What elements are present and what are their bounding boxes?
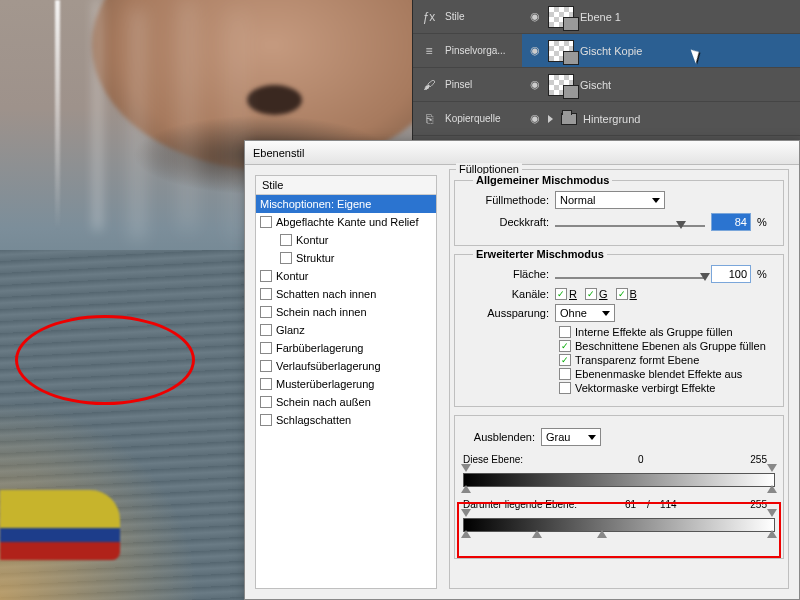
style-item[interactable]: Kontur xyxy=(256,231,436,249)
style-item[interactable]: Schein nach außen xyxy=(256,393,436,411)
advanced-option-label: Interne Effekte als Gruppe füllen xyxy=(575,326,733,338)
advanced-blend-group: Erweiterter Mischmodus Fläche: % Kanäle:… xyxy=(454,254,784,407)
panel-tab-pinsel[interactable]: 🖌Pinsel xyxy=(413,68,522,102)
advanced-option-row[interactable]: Transparenz formt Ebene xyxy=(559,354,777,366)
style-checkbox[interactable] xyxy=(280,252,292,264)
style-item-label: Kontur xyxy=(276,270,308,282)
style-checkbox[interactable] xyxy=(260,306,272,318)
fill-options-group: Fülloptionen Allgemeiner Mischmodus Füll… xyxy=(449,169,789,589)
style-item-label: Struktur xyxy=(296,252,335,264)
opacity-slider[interactable] xyxy=(555,221,705,224)
layer-row[interactable]: ◉Ebene 1 xyxy=(522,0,800,34)
style-item[interactable]: Mischoptionen: Eigene xyxy=(256,195,436,213)
checkbox[interactable] xyxy=(559,354,571,366)
chevron-right-icon xyxy=(548,115,553,123)
layer-row[interactable]: ◉Gischt Kopie xyxy=(522,34,800,68)
style-item[interactable]: Verlaufsüberlagerung xyxy=(256,357,436,375)
panel-tab-stile[interactable]: ƒxStile xyxy=(413,0,522,34)
percent-label-2: % xyxy=(757,268,767,280)
visibility-icon[interactable]: ◉ xyxy=(528,44,542,57)
style-item[interactable]: Farbüberlagerung xyxy=(256,339,436,357)
checkbox[interactable] xyxy=(559,326,571,338)
dialog-title: Ebenenstil xyxy=(253,147,304,159)
channel-G-checkbox[interactable] xyxy=(585,288,597,300)
advanced-option-label: Ebenenmaske blendet Effekte aus xyxy=(575,368,742,380)
style-checkbox[interactable] xyxy=(260,378,272,390)
style-checkbox[interactable] xyxy=(260,270,272,282)
water-spray xyxy=(55,0,60,230)
style-item[interactable]: Glanz xyxy=(256,321,436,339)
blend-if-select[interactable]: Grau xyxy=(541,428,601,446)
layer-name: Ebene 1 xyxy=(580,11,621,23)
blend-mode-label: Füllmethode: xyxy=(461,194,549,206)
annotation-oval xyxy=(15,315,195,405)
visibility-icon[interactable]: ◉ xyxy=(528,78,542,91)
styles-header[interactable]: Stile xyxy=(256,176,436,195)
layer-name: Gischt Kopie xyxy=(580,45,642,57)
visibility-icon[interactable]: ◉ xyxy=(528,112,542,125)
advanced-option-label: Transparenz formt Ebene xyxy=(575,354,699,366)
clone-icon: ⎘ xyxy=(421,111,437,127)
fill-opacity-input[interactable] xyxy=(711,265,751,283)
this-layer-low: 0 xyxy=(638,454,644,465)
advanced-option-row[interactable]: Beschnittene Ebenen als Gruppe füllen xyxy=(559,340,777,352)
advanced-option-row[interactable]: Vektormaske verbirgt Effekte xyxy=(559,382,777,394)
brushprefs-icon: ≡ xyxy=(421,43,437,59)
advanced-blend-legend: Erweiterter Mischmodus xyxy=(473,248,607,260)
style-item[interactable]: Kontur xyxy=(256,267,436,285)
channel-B-checkbox[interactable] xyxy=(616,288,628,300)
panel-tab-pinselvorga-[interactable]: ≡Pinselvorga... xyxy=(413,34,522,68)
style-item-label: Schatten nach innen xyxy=(276,288,376,300)
layer-row[interactable]: ◉Hintergrund xyxy=(522,102,800,136)
advanced-option-row[interactable]: Interne Effekte als Gruppe füllen xyxy=(559,326,777,338)
brush-icon: 🖌 xyxy=(421,77,437,93)
under-low-b: 114 xyxy=(660,499,677,510)
style-item[interactable]: Struktur xyxy=(256,249,436,267)
style-checkbox[interactable] xyxy=(260,342,272,354)
style-item-label: Kontur xyxy=(296,234,328,246)
advanced-option-label: Vektormaske verbirgt Effekte xyxy=(575,382,715,394)
style-item-label: Schlagschatten xyxy=(276,414,351,426)
blend-if-group: Ausblenden: Grau Diese Ebene: 0 255 xyxy=(454,415,784,559)
blend-mode-select[interactable]: Normal xyxy=(555,191,665,209)
layer-name: Gischt xyxy=(580,79,611,91)
underlying-gradient[interactable] xyxy=(463,518,775,532)
opacity-input[interactable] xyxy=(711,213,751,231)
style-item[interactable]: Schein nach innen xyxy=(256,303,436,321)
channel-label: B xyxy=(630,288,637,300)
style-checkbox[interactable] xyxy=(260,360,272,372)
style-item[interactable]: Schatten nach innen xyxy=(256,285,436,303)
underlying-label: Darunter liegende Ebene: xyxy=(463,499,591,510)
panel-tab-label: Pinselvorga... xyxy=(445,45,506,56)
panel-tabs: ƒxStile≡Pinselvorga...🖌Pinsel⎘Kopierquel… xyxy=(412,0,522,140)
style-item-label: Abgeflachte Kante und Relief xyxy=(276,216,419,228)
panel-tab-label: Stile xyxy=(445,11,464,22)
style-checkbox[interactable] xyxy=(260,396,272,408)
style-item[interactable]: Musterüberlagerung xyxy=(256,375,436,393)
boat xyxy=(0,490,120,560)
style-item-label: Musterüberlagerung xyxy=(276,378,374,390)
layer-row[interactable]: ◉Gischt xyxy=(522,68,800,102)
fill-opacity-slider[interactable] xyxy=(555,273,705,276)
dialog-titlebar[interactable]: Ebenenstil xyxy=(245,141,799,165)
style-checkbox[interactable] xyxy=(260,414,272,426)
fill-opacity-label: Fläche: xyxy=(461,268,549,280)
this-layer-gradient[interactable] xyxy=(463,473,775,487)
checkbox[interactable] xyxy=(559,382,571,394)
nostril xyxy=(247,85,302,115)
advanced-option-row[interactable]: Ebenenmaske blendet Effekte aus xyxy=(559,368,777,380)
style-checkbox[interactable] xyxy=(260,288,272,300)
panel-tab-label: Pinsel xyxy=(445,79,472,90)
style-checkbox[interactable] xyxy=(260,324,272,336)
visibility-icon[interactable]: ◉ xyxy=(528,10,542,23)
channel-R-checkbox[interactable] xyxy=(555,288,567,300)
layer-name: Hintergrund xyxy=(583,113,640,125)
style-item[interactable]: Schlagschatten xyxy=(256,411,436,429)
style-checkbox[interactable] xyxy=(280,234,292,246)
panel-tab-kopierquelle[interactable]: ⎘Kopierquelle xyxy=(413,102,522,136)
knockout-select[interactable]: Ohne xyxy=(555,304,615,322)
style-checkbox[interactable] xyxy=(260,216,272,228)
checkbox[interactable] xyxy=(559,368,571,380)
style-item[interactable]: Abgeflachte Kante und Relief xyxy=(256,213,436,231)
checkbox[interactable] xyxy=(559,340,571,352)
